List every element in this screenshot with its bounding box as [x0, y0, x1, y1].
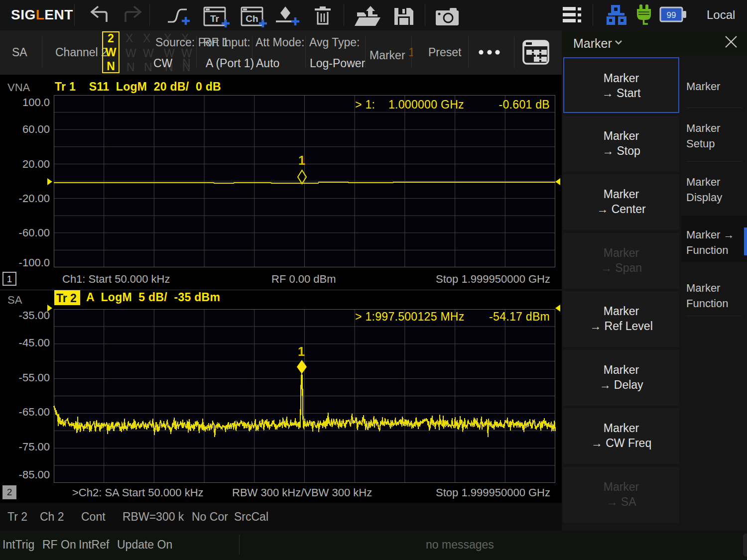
svg-text:1: 1 — [298, 153, 305, 167]
svg-text:1: 1 — [298, 344, 305, 358]
svg-text:Tr: Tr — [210, 13, 220, 24]
svg-text:Ch: Ch — [246, 13, 258, 24]
svg-text:99: 99 — [667, 10, 676, 20]
